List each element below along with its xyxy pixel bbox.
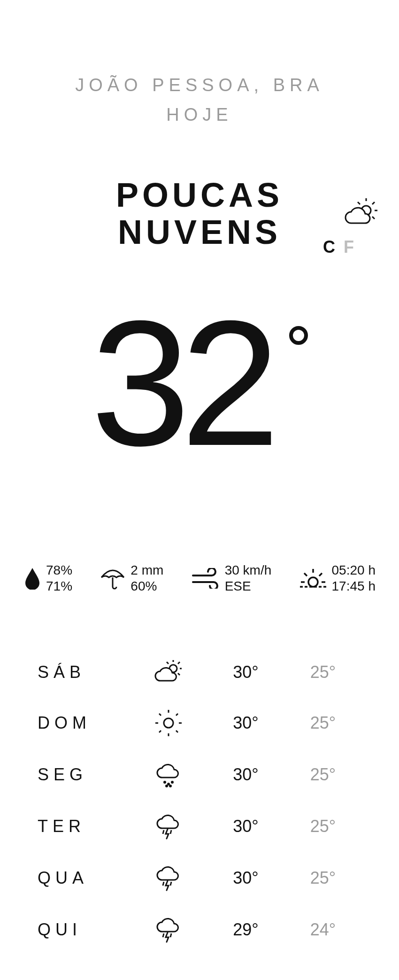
forecast-low: 24° (284, 920, 361, 940)
location-label: JOÃO PESSOA, BRA (23, 75, 376, 95)
sunset-time: 17:45 h (332, 578, 376, 594)
thunder-icon (130, 865, 207, 891)
sunny-icon (130, 710, 207, 736)
svg-line-36 (170, 882, 171, 886)
forecast-high: 30° (207, 662, 284, 682)
unit-celsius[interactable]: C (323, 237, 338, 257)
svg-point-30 (168, 783, 169, 785)
humidity-bottom: 71% (46, 578, 72, 594)
forecast-row[interactable]: TER 30° 25° (38, 813, 361, 840)
svg-point-20 (164, 718, 173, 728)
forecast-day: TER (38, 817, 130, 836)
forecast-list: SÁB 30° 25° DOM (23, 660, 376, 943)
rain-chance: 60% (130, 578, 163, 594)
sunrise-time: 05:20 h (332, 562, 376, 578)
svg-line-25 (159, 714, 161, 716)
metrics-row: 78% 71% 2 mm 60% (23, 562, 376, 594)
svg-point-31 (172, 781, 173, 783)
drop-icon (23, 567, 41, 590)
thunder-icon (130, 813, 207, 840)
svg-line-28 (176, 731, 178, 732)
forecast-low: 25° (284, 765, 361, 785)
forecast-high: 30° (207, 817, 284, 836)
forecast-day: DOM (38, 713, 130, 733)
forecast-row[interactable]: QUI 29° 24° (38, 917, 361, 943)
current-temperature: 32 (91, 307, 271, 459)
svg-line-34 (170, 830, 171, 834)
forecast-high: 30° (207, 868, 284, 888)
svg-line-27 (159, 731, 161, 732)
svg-point-7 (308, 577, 318, 587)
forecast-high: 30° (207, 713, 284, 733)
forecast-low: 25° (284, 713, 361, 733)
svg-line-35 (163, 830, 164, 834)
forecast-day: SÁB (38, 662, 130, 682)
svg-point-32 (166, 785, 168, 786)
forecast-day: QUI (38, 920, 130, 940)
wind-icon (191, 568, 220, 589)
unit-fahrenheit[interactable]: F (344, 237, 357, 257)
forecast-low: 25° (284, 662, 361, 682)
umbrella-icon (100, 566, 126, 591)
forecast-row[interactable]: SÁB 30° 25° (38, 660, 361, 684)
forecast-high: 30° (207, 765, 284, 785)
svg-line-17 (178, 662, 180, 664)
svg-line-5 (358, 202, 360, 204)
forecast-high: 29° (207, 920, 284, 940)
forecast-day: SEG (38, 765, 130, 785)
svg-line-19 (167, 662, 169, 664)
svg-point-29 (164, 781, 166, 783)
wind-speed: 30 km/h (225, 562, 272, 578)
svg-line-18 (178, 673, 180, 675)
forecast-row[interactable]: SEG 30° 25° (38, 762, 361, 788)
degree-icon (289, 326, 308, 345)
svg-line-37 (163, 882, 164, 886)
forecast-row[interactable]: QUA 30° 25° (38, 865, 361, 891)
rain-icon (130, 762, 207, 788)
partly-cloudy-icon (343, 197, 380, 230)
partly-cloudy-icon (130, 660, 207, 684)
thunder-icon (130, 917, 207, 943)
forecast-low: 25° (284, 868, 361, 888)
sunrise-icon (299, 567, 327, 590)
svg-line-12 (319, 573, 322, 576)
humidity-top: 78% (46, 562, 72, 578)
today-label: HOJE (23, 105, 376, 125)
forecast-low: 25° (284, 817, 361, 836)
rain-amount: 2 mm (130, 562, 163, 578)
wind-direction: ESE (225, 578, 272, 594)
svg-line-3 (372, 202, 375, 204)
svg-line-4 (372, 217, 375, 219)
svg-line-11 (304, 573, 307, 576)
svg-line-26 (176, 714, 178, 716)
forecast-row[interactable]: DOM 30° 25° (38, 710, 361, 736)
forecast-day: QUA (38, 868, 130, 888)
svg-point-33 (170, 785, 171, 786)
current-condition: POUCASNUVENS (116, 177, 283, 251)
svg-line-39 (163, 933, 164, 937)
svg-line-38 (170, 933, 171, 937)
